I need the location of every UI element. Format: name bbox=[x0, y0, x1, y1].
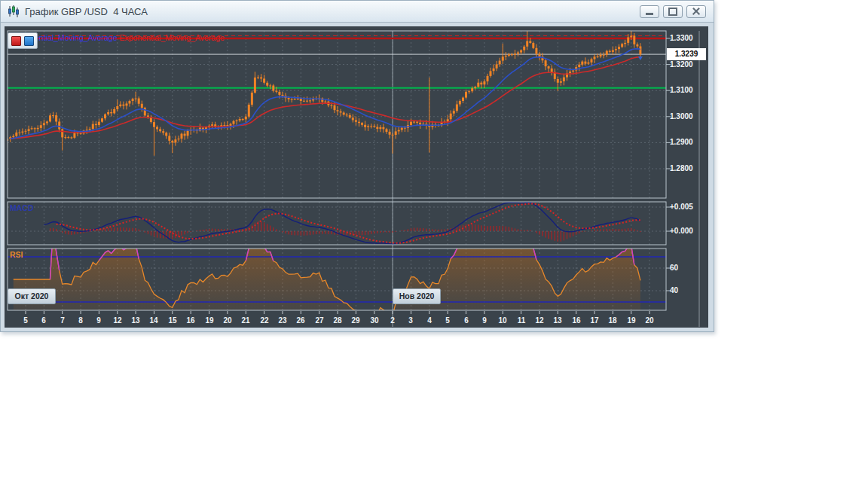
ema-red-toggle-button[interactable] bbox=[11, 36, 21, 46]
x-axis-date-label: 28 bbox=[329, 316, 347, 326]
price-axis-tick: 1.2900 bbox=[670, 137, 693, 148]
x-axis-date-label: 16 bbox=[182, 316, 200, 326]
ema-blue-toggle-button[interactable] bbox=[24, 36, 34, 46]
indicator-toggle-box bbox=[8, 32, 38, 49]
x-axis-date-label: 15 bbox=[164, 316, 182, 326]
x-axis-date-label: 14 bbox=[145, 316, 163, 326]
x-axis-date-label: 13 bbox=[549, 316, 567, 326]
close-icon bbox=[692, 8, 701, 15]
x-axis-date-label: 23 bbox=[274, 316, 292, 326]
month-label-nov: Нов 2020 bbox=[393, 288, 441, 304]
macd-axis-tick: +0.000 bbox=[670, 226, 693, 236]
current-price-box: 1.3239 bbox=[667, 48, 706, 60]
price-axis-tick: 1.2800 bbox=[670, 163, 693, 174]
legend-ema-slow-label: Exponential_Moving_Average bbox=[119, 33, 224, 42]
rsi-axis-tick: 60 bbox=[670, 263, 678, 273]
x-axis-date-label: 20 bbox=[640, 316, 659, 326]
x-axis-date-label: 5 bbox=[17, 316, 35, 326]
x-axis-date-label: 9 bbox=[90, 316, 108, 326]
x-axis-date-label: 21 bbox=[237, 316, 255, 326]
macd-axis-tick: +0.005 bbox=[670, 202, 693, 212]
x-axis-date-label: 16 bbox=[567, 316, 585, 326]
x-axis-date-label: 4 bbox=[420, 316, 439, 326]
rsi-panel-label: RSI bbox=[10, 250, 23, 259]
price-axis-tick: 1.3000 bbox=[670, 111, 693, 122]
candlestick-chart-icon bbox=[7, 5, 20, 18]
x-axis-date-label: 3 bbox=[402, 316, 420, 326]
month-label-oct: Окт 2020 bbox=[8, 288, 56, 304]
price-axis-tick: 1.3200 bbox=[670, 59, 693, 70]
minimize-icon bbox=[646, 13, 653, 15]
x-axis-date-label: 2 bbox=[384, 316, 402, 326]
chart-client-area: ential_Moving_Average Exponential_Moving… bbox=[5, 26, 708, 328]
x-axis-date-label: 13 bbox=[127, 316, 145, 326]
x-axis-date-label: 7 bbox=[53, 316, 72, 326]
x-axis-date-label: 5 bbox=[439, 316, 457, 326]
window-body: ential_Moving_Average Exponential_Moving… bbox=[1, 23, 714, 331]
rsi-axis-tick: 40 bbox=[670, 285, 678, 296]
x-axis-date-label: 19 bbox=[622, 316, 640, 326]
x-axis-date-label: 22 bbox=[255, 316, 274, 326]
chart-plot-area[interactable] bbox=[5, 26, 708, 328]
x-axis-date-label: 10 bbox=[494, 316, 512, 326]
price-axis-tick: 1.3100 bbox=[670, 85, 693, 96]
legend-ema-fast-label: ential_Moving_Average bbox=[35, 33, 118, 42]
minimize-button[interactable] bbox=[640, 5, 659, 18]
x-axis-date-label: 29 bbox=[347, 316, 365, 326]
restore-button[interactable] bbox=[663, 5, 683, 18]
x-axis-date-label: 11 bbox=[512, 316, 530, 326]
x-axis-date-label: 26 bbox=[292, 316, 310, 326]
x-axis-date-label: 30 bbox=[365, 316, 384, 326]
macd-panel-label: MACD bbox=[10, 203, 34, 212]
x-axis-date-label: 12 bbox=[108, 316, 127, 326]
restore-icon bbox=[668, 8, 677, 16]
x-axis-date-label: 6 bbox=[35, 316, 53, 326]
x-axis-date-label: 6 bbox=[457, 316, 475, 326]
window-title: График GBP /USD 4 ЧАСА bbox=[25, 6, 640, 17]
x-axis-date-label: 17 bbox=[585, 316, 604, 326]
chart-window: График GBP /USD 4 ЧАСА ential_Moving_Ave… bbox=[0, 0, 714, 332]
x-axis-date-label: 27 bbox=[310, 316, 329, 326]
indicator-legend: ential_Moving_Average Exponential_Moving… bbox=[35, 33, 225, 42]
close-button[interactable] bbox=[686, 5, 706, 18]
x-axis-date-label: 12 bbox=[530, 316, 549, 326]
price-axis-tick: 1.3300 bbox=[670, 33, 693, 44]
x-axis-date-label: 9 bbox=[475, 316, 494, 326]
x-axis-date-label: 18 bbox=[604, 316, 622, 326]
title-bar[interactable]: График GBP /USD 4 ЧАСА bbox=[1, 1, 714, 23]
x-axis-date-label: 19 bbox=[200, 316, 219, 326]
x-axis-date-label: 8 bbox=[72, 316, 90, 326]
x-axis-date-label: 20 bbox=[219, 316, 237, 326]
